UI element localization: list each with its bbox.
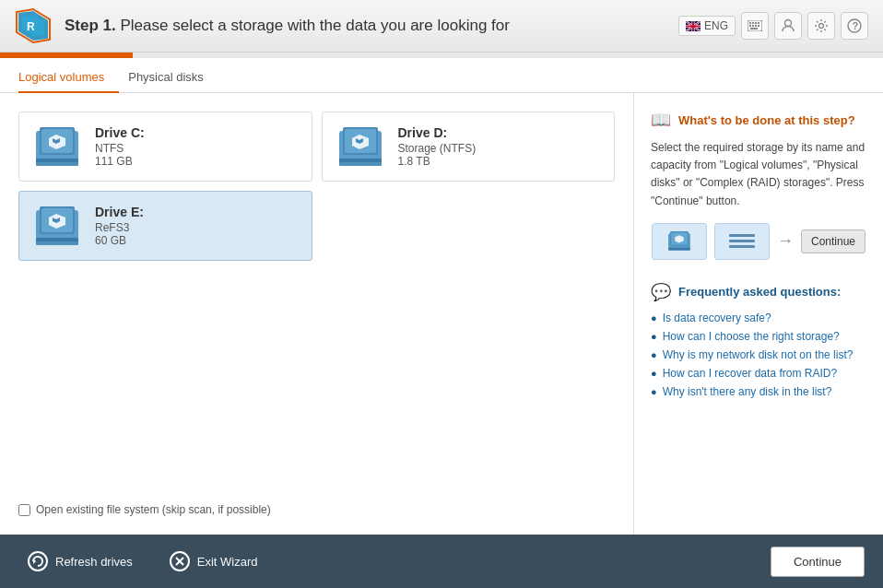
drive-c-icon [32, 122, 82, 171]
step-box-drive [652, 223, 707, 260]
svg-rect-12 [755, 25, 757, 27]
tabs-area: Logical volumes Physical disks [0, 58, 883, 93]
skip-scan-checkbox[interactable] [18, 504, 30, 516]
faq-item-1: ● How can I choose the right storage? [651, 330, 866, 343]
drive-c-size: 111 GB [95, 155, 145, 168]
faq-link-3[interactable]: How can I recover data from RAID? [663, 367, 837, 380]
refresh-icon [28, 551, 48, 571]
faq-dot-3: ● [651, 368, 657, 379]
drive-d-name: Drive D: [398, 125, 477, 140]
svg-rect-28 [339, 162, 382, 166]
footer: Refresh drives Exit Wizard Continue [0, 535, 883, 588]
drive-d-info: Drive D: Storage (NTFS) 1.8 TB [398, 125, 477, 168]
step-arrow-icon: → [777, 231, 794, 251]
faq-dot-2: ● [651, 349, 657, 360]
faq-dot-1: ● [651, 331, 657, 342]
skip-scan-label[interactable]: Open existing file system (skip scan, if… [36, 503, 271, 516]
language-selector[interactable]: ENG [678, 16, 736, 36]
drive-d-item[interactable]: Drive D: Storage (NTFS) 1.8 TB [322, 112, 616, 182]
faq-item-0: ● Is data recovery safe? [651, 312, 866, 324]
faq-link-0[interactable]: Is data recovery safe? [663, 312, 771, 324]
svg-rect-33 [36, 241, 78, 245]
svg-rect-13 [758, 25, 759, 27]
main-content: Drive C: NTFS 111 GB [0, 93, 883, 535]
tab-logical-volumes[interactable]: Logical volumes [18, 61, 119, 93]
keyboard-button[interactable] [741, 12, 769, 40]
faq-link-1[interactable]: How can I choose the right storage? [663, 330, 840, 343]
svg-rect-23 [36, 162, 78, 166]
step-illustration: → Continue [651, 223, 866, 260]
help-section: 📖 What's to be done at this step? Select… [651, 110, 866, 260]
faq-link-2[interactable]: Why is my network disk not on the list? [663, 348, 854, 361]
drive-e-size: 60 GB [95, 234, 144, 247]
help-button[interactable]: ? [841, 12, 868, 40]
faq-section: 💬 Frequently asked questions: ● Is data … [651, 282, 866, 398]
skip-scan-checkbox-area: Open existing file system (skip scan, if… [18, 503, 271, 516]
svg-rect-9 [758, 22, 759, 24]
right-panel: 📖 What's to be done at this step? Select… [634, 93, 883, 535]
drive-e-info: Drive E: ReFS3 60 GB [95, 205, 144, 247]
faq-icon: 💬 [651, 282, 671, 302]
drive-e-name: Drive E: [95, 205, 144, 219]
svg-marker-38 [33, 559, 36, 564]
svg-rect-10 [749, 25, 751, 27]
svg-rect-7 [752, 22, 754, 24]
drive-e-item[interactable]: Drive E: ReFS3 60 GB [18, 191, 312, 261]
faq-item-4: ● Why isn't there any disk in the list? [651, 385, 866, 398]
drive-c-item[interactable]: Drive C: NTFS 111 GB [18, 112, 312, 182]
faq-link-4[interactable]: Why isn't there any disk in the list? [663, 385, 832, 398]
faq-dot-4: ● [651, 386, 657, 397]
drive-c-info: Drive C: NTFS 111 GB [95, 125, 145, 168]
drive-e-fs: ReFS3 [95, 221, 144, 234]
svg-point-15 [785, 20, 792, 27]
settings-button[interactable] [807, 12, 835, 40]
drive-d-size: 1.8 TB [398, 155, 477, 168]
faq-list: ● Is data recovery safe? ● How can I cho… [651, 312, 866, 398]
svg-text:?: ? [853, 20, 859, 31]
faq-dot-0: ● [651, 312, 657, 323]
header: R Step 1. Please select a storage with t… [0, 0, 883, 53]
svg-rect-6 [749, 22, 751, 24]
drives-grid: Drive C: NTFS 111 GB [18, 112, 615, 261]
header-controls: ENG ? [678, 12, 868, 40]
help-title: 📖 What's to be done at this step? [651, 110, 866, 130]
progress-fill [0, 53, 133, 58]
user-button[interactable] [774, 12, 802, 40]
drive-c-name: Drive C: [95, 125, 145, 140]
drive-e-icon [32, 201, 82, 251]
svg-text:R: R [27, 20, 35, 33]
help-text: Select the required storage by its name … [651, 139, 866, 210]
faq-item-3: ● How can I recover data from RAID? [651, 367, 866, 380]
faq-title: 💬 Frequently asked questions: [651, 282, 866, 302]
left-panel: Drive C: NTFS 111 GB [0, 93, 634, 535]
refresh-drives-button[interactable]: Refresh drives [18, 546, 142, 577]
app-logo: R [15, 7, 52, 44]
faq-item-2: ● Why is my network disk not on the list… [651, 348, 866, 361]
drive-d-fs: Storage (NTFS) [398, 142, 477, 155]
drive-d-icon [336, 122, 385, 171]
book-icon: 📖 [651, 110, 671, 130]
svg-rect-8 [755, 22, 757, 24]
svg-point-16 [819, 24, 824, 29]
continue-illustration-button[interactable]: Continue [801, 229, 865, 253]
page-title: Step 1. Please select a storage with the… [65, 17, 678, 35]
svg-rect-37 [668, 247, 690, 250]
progress-bar [0, 53, 883, 58]
drive-c-fs: NTFS [95, 142, 145, 155]
svg-rect-14 [750, 28, 758, 29]
svg-rect-11 [752, 25, 754, 27]
continue-button[interactable]: Continue [771, 547, 865, 577]
exit-icon [170, 551, 190, 571]
exit-wizard-button[interactable]: Exit Wizard [160, 546, 267, 577]
step-box-list [714, 223, 770, 260]
tab-physical-disks[interactable]: Physical disks [128, 61, 218, 93]
